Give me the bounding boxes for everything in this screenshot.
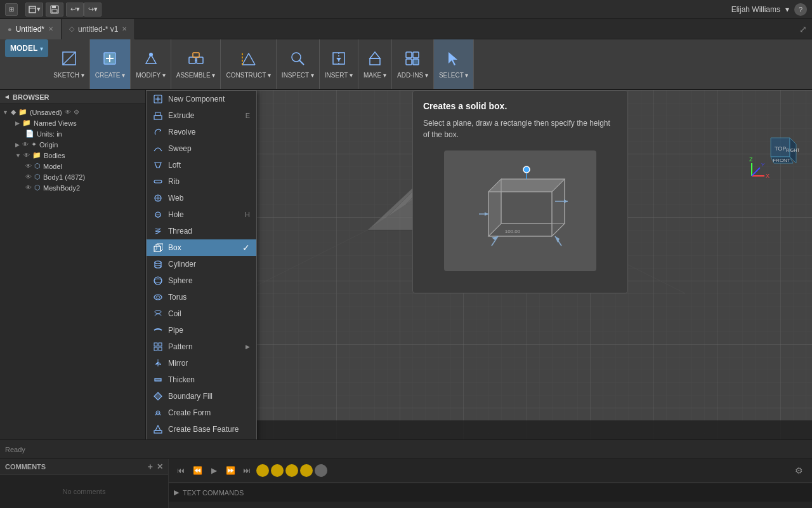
nav-cube-right-label[interactable]: RIGHT <box>786 148 799 152</box>
origin-eye[interactable]: 👁 <box>22 141 29 148</box>
tree-item-model[interactable]: 👁 ⬡ Model <box>0 161 145 171</box>
timeline-marker-5[interactable] <box>315 464 327 477</box>
username[interactable]: Elijah Williams <box>731 5 780 14</box>
comments-panel: COMMENTS + ✕ No comments <box>0 459 169 508</box>
menu-item-thicken[interactable]: Thicken <box>147 371 256 388</box>
model-dropdown-button[interactable]: MODEL ▾ <box>5 39 48 57</box>
nav-cube[interactable]: X Z Y TOP FRONT RIGHT <box>749 128 799 179</box>
timeline-end-button[interactable]: ⏭ <box>240 464 254 478</box>
apps-icon[interactable]: ⊞ <box>5 3 18 16</box>
timeline-marker-1[interactable] <box>256 464 269 477</box>
tree-item-bodies[interactable]: ▼ 👁 📁 Bodies <box>0 150 145 161</box>
menu-item-new-component[interactable]: New Component <box>147 91 256 107</box>
svg-rect-24 <box>370 58 380 65</box>
menu-item-rib[interactable]: Rib <box>147 173 256 190</box>
tab-close-button-2[interactable]: ✕ <box>122 25 127 32</box>
expand-icon[interactable]: ⤢ <box>799 24 807 34</box>
menu-item-sphere[interactable]: Sphere <box>147 272 256 289</box>
timeline-play-button[interactable]: ▶ <box>207 464 221 478</box>
tab-icon-2: ◇ <box>69 25 74 33</box>
menu-item-create-mesh[interactable]: Create Mesh <box>147 438 256 439</box>
nav-cube-top-label[interactable]: TOP <box>775 145 786 152</box>
named-views-icon: 📁 <box>22 119 31 127</box>
insert-icon <box>330 50 348 70</box>
make-button[interactable]: MAKE ▾ <box>358 39 391 89</box>
user-dropdown-arrow[interactable]: ▾ <box>785 5 789 14</box>
menu-item-box[interactable]: Box ✓ <box>147 239 256 256</box>
root-gear[interactable]: ⚙ <box>74 109 79 116</box>
tree-item-units[interactable]: 📄 Units: in <box>0 128 145 139</box>
menu-item-pipe[interactable]: Pipe <box>147 322 256 338</box>
nav-cube-front-label[interactable]: FRONT <box>773 157 790 163</box>
help-button[interactable]: ? <box>794 3 807 16</box>
add-comment-button[interactable]: + <box>148 462 153 472</box>
svg-marker-115 <box>485 212 488 216</box>
menu-item-sweep[interactable]: Sweep <box>147 140 256 157</box>
modify-icon <box>142 50 160 70</box>
redo-button[interactable]: ↪▾ <box>84 3 102 17</box>
menu-item-thicken-label: Thicken <box>168 375 195 384</box>
menu-item-web-label: Web <box>168 194 183 203</box>
select-button[interactable]: SELECT ▾ <box>434 39 474 89</box>
save-button[interactable] <box>46 3 63 17</box>
menu-item-cylinder[interactable]: Cylinder <box>147 256 256 272</box>
thread-icon <box>153 226 163 236</box>
create-button[interactable]: CREATE ▾ <box>90 39 131 89</box>
construct-button[interactable]: CONSTRUCT ▾ <box>221 39 275 89</box>
add-ins-button[interactable]: ADD-INS ▾ <box>392 39 433 89</box>
file-menu-button[interactable]: ▾ <box>25 3 43 17</box>
svg-rect-11 <box>189 57 195 64</box>
menu-item-hole[interactable]: Hole H <box>147 206 256 223</box>
timeline-marker-2[interactable] <box>271 464 284 477</box>
svg-rect-84 <box>159 347 162 351</box>
modify-button[interactable]: MODIFY ▾ <box>131 39 170 89</box>
undo-button[interactable]: ↩▾ <box>66 3 84 17</box>
timeline-begin-button[interactable]: ⏮ <box>174 464 188 478</box>
menu-item-pattern[interactable]: Pattern ▶ <box>147 338 256 355</box>
menu-item-boundary-fill[interactable]: Boundary Fill <box>147 388 256 404</box>
create-icon <box>101 50 119 70</box>
assemble-button[interactable]: ASSEMBLE ▾ <box>171 39 221 89</box>
tree-item-meshbody2[interactable]: 👁 ⬡ MeshBody2 <box>0 182 145 193</box>
inspect-button[interactable]: INSPECT ▾ <box>277 39 319 89</box>
menu-item-loft[interactable]: Loft <box>147 157 256 173</box>
timeline-back-button[interactable]: ⏪ <box>190 464 204 478</box>
menu-item-extrude[interactable]: Extrude E <box>147 107 256 124</box>
timeline-forward-button[interactable]: ⏩ <box>223 464 237 478</box>
svg-rect-82 <box>159 343 162 346</box>
tree-item-origin[interactable]: ▶ 👁 ✦ Origin <box>0 139 145 150</box>
sketch-button[interactable]: SKETCH ▾ <box>48 39 89 89</box>
menu-item-thread[interactable]: Thread <box>147 223 256 239</box>
collapse-icon[interactable]: ◂ <box>5 93 9 101</box>
expand-text-commands-icon[interactable]: ▶ <box>174 488 179 497</box>
menu-item-web[interactable]: Web <box>147 190 256 206</box>
menu-item-create-base-feature[interactable]: Create Base Feature <box>147 421 256 438</box>
timeline-marker-3[interactable] <box>285 464 298 477</box>
tree-item-body1[interactable]: 👁 ⬡ Body1 (4872) <box>0 171 145 182</box>
menu-item-revolve[interactable]: Revolve <box>147 124 256 140</box>
tree-item-root[interactable]: ▼ ◆ 📁 (Unsaved) 👁 ⚙ <box>0 107 145 117</box>
insert-button[interactable]: INSERT ▾ <box>320 39 358 89</box>
tab-untitled-v1[interactable]: ◇ untitled-* v1 ✕ <box>62 19 135 39</box>
menu-item-coil[interactable]: Coil <box>147 305 256 322</box>
create-dropdown-menu: New Component Extrude E Revolve Sweep <box>146 90 257 439</box>
menu-item-mirror[interactable]: Mirror <box>147 355 256 371</box>
tab-untitled-star[interactable]: ● Untitled* ✕ <box>0 19 62 39</box>
create-form-icon <box>153 408 163 418</box>
root-eye[interactable]: 👁 <box>65 109 71 116</box>
svg-rect-63 <box>154 180 162 183</box>
menu-item-create-form[interactable]: Create Form <box>147 404 256 421</box>
bodies-eye[interactable]: 👁 <box>23 152 30 159</box>
menu-item-torus[interactable]: Torus <box>147 289 256 305</box>
viewport[interactable]: New Component Extrude E Revolve Sweep <box>146 90 812 439</box>
timeline-marker-4[interactable] <box>300 464 313 477</box>
tab-close-button[interactable]: ✕ <box>48 25 53 32</box>
close-comments-icon[interactable]: ✕ <box>157 462 163 471</box>
body1-eye[interactable]: 👁 <box>25 173 32 180</box>
timeline-settings-button[interactable]: ⚙ <box>791 465 807 476</box>
meshbody2-eye[interactable]: 👁 <box>25 184 32 191</box>
model-eye[interactable]: 👁 <box>25 163 32 170</box>
tree-item-named-views[interactable]: ▶ 📁 Named Views <box>0 117 145 128</box>
inspect-label: INSPECT ▾ <box>282 72 314 79</box>
add-ins-icon <box>403 50 421 70</box>
